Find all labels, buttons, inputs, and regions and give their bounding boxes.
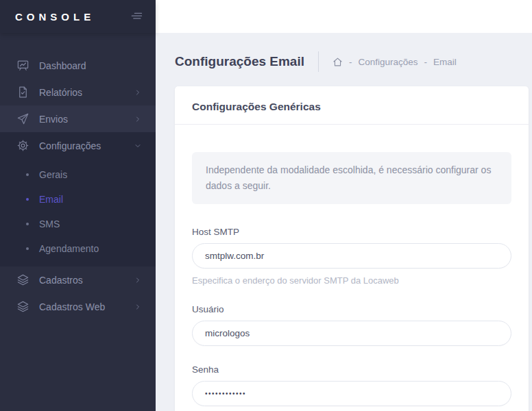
report-icon [16, 86, 30, 99]
sidebar-item-label: Relatórios [39, 87, 134, 98]
topbar [156, 0, 532, 33]
breadcrumb-separator: - [424, 57, 428, 67]
sidebar-item-dashboard[interactable]: Dashboard [0, 52, 156, 79]
chevron-right-icon [134, 88, 142, 97]
sidebar-item-email[interactable]: Email [0, 187, 156, 212]
host-smtp-label: Host SMTP [192, 227, 511, 237]
page-title: Configurações Email [175, 54, 304, 69]
info-notice: Independente da modalidade escolhida, é … [192, 152, 511, 204]
sidebar-item-relatorios[interactable]: Relatórios [0, 79, 156, 105]
sidebar-item-label: Configurações [39, 140, 134, 151]
senha-input[interactable] [192, 381, 511, 406]
settings-card: Configurações Genéricas Independente da … [175, 86, 529, 411]
sidebar-item-label: Agendamento [39, 243, 99, 254]
breadcrumb: - Configurações - Email [332, 57, 457, 67]
dashboard-icon [16, 59, 30, 73]
bullet-icon [26, 173, 29, 176]
breadcrumb-separator: - [349, 57, 352, 67]
main-content: Configurações Email - Configurações - Em… [156, 33, 532, 411]
host-smtp-input[interactable] [192, 243, 511, 269]
brand-logo: CONSOLE [15, 11, 95, 23]
sidebar-item-sms[interactable]: SMS [0, 212, 156, 236]
card-body: Independente da modalidade escolhida, é … [175, 125, 529, 411]
breadcrumb-item-email[interactable]: Email [433, 57, 457, 67]
sidebar-group-configuracoes: Configurações Gerais Email SMS [0, 132, 156, 266]
bullet-icon [26, 223, 29, 225]
layers-icon [16, 300, 30, 314]
sidebar-submenu-configuracoes: Gerais Email SMS Agendamento [0, 159, 156, 266]
gear-icon [16, 139, 30, 153]
sidebar-item-label: Cadastros [39, 275, 134, 286]
sidebar-item-cadastros[interactable]: Cadastros [0, 266, 156, 293]
usuario-input[interactable] [192, 321, 511, 346]
sidebar-item-cadastros-web[interactable]: Cadastros Web [0, 293, 156, 320]
chevron-right-icon [134, 115, 142, 123]
sidebar: CONSOLE Dashboard [0, 0, 156, 411]
header-divider [318, 51, 319, 72]
page-header: Configurações Email - Configurações - Em… [156, 33, 532, 86]
chevron-down-icon [134, 142, 142, 150]
send-icon [16, 112, 30, 126]
usuario-label: Usuário [192, 304, 511, 314]
host-smtp-help: Especifica o enderço do servidor SMTP da… [192, 275, 511, 286]
sidebar-item-label: Envios [39, 114, 134, 125]
field-senha: Senha [192, 364, 511, 406]
sidebar-item-label: Gerais [39, 169, 67, 180]
bullet-icon [26, 247, 29, 250]
sidebar-item-label: SMS [39, 219, 60, 229]
sidebar-header: CONSOLE [0, 0, 156, 33]
senha-label: Senha [192, 364, 511, 375]
sidebar-item-configuracoes[interactable]: Configurações [0, 132, 156, 159]
sidebar-item-agendamento[interactable]: Agendamento [0, 236, 156, 261]
layers-icon [16, 273, 30, 287]
chevron-right-icon [134, 276, 142, 284]
field-usuario: Usuário [192, 304, 511, 346]
menu-toggle-icon[interactable] [130, 10, 143, 23]
breadcrumb-item-configuracoes[interactable]: Configurações [359, 57, 418, 67]
chevron-right-icon [134, 303, 142, 311]
sidebar-item-label: Cadastros Web [39, 301, 134, 312]
card-title: Configurações Genéricas [175, 86, 529, 125]
sidebar-item-gerais[interactable]: Gerais [0, 162, 156, 187]
sidebar-item-label: Email [39, 194, 63, 205]
field-host-smtp: Host SMTP Especifica o enderço do servid… [192, 227, 511, 286]
bullet-icon [26, 198, 29, 201]
home-icon[interactable] [332, 57, 343, 67]
sidebar-menu: Dashboard Relatórios Envios [0, 33, 156, 320]
sidebar-item-label: Dashboard [39, 60, 142, 71]
sidebar-item-envios[interactable]: Envios [0, 105, 156, 132]
